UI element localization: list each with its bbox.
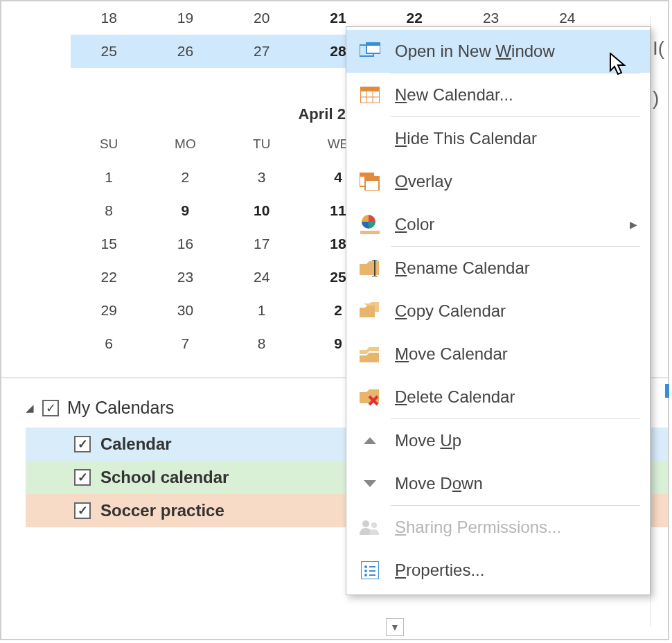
calendar-day[interactable]: 22: [71, 261, 147, 294]
up-arrow-icon: [356, 436, 384, 446]
calendar-item-label: Calendar: [100, 434, 172, 454]
mouse-cursor-icon: [610, 53, 628, 76]
menu-copy-calendar[interactable]: Copy Calendar: [346, 290, 650, 333]
right-panel-peek: I( ): [650, 17, 669, 626]
menu-move-up[interactable]: Move Up: [346, 419, 650, 462]
down-arrow-icon: [356, 479, 384, 488]
collapse-tri-icon: ◢: [26, 402, 34, 414]
dow-label: SU: [71, 127, 147, 161]
calendar-day[interactable]: 29: [71, 294, 147, 327]
folder-delete-icon: [356, 388, 384, 406]
menu-label: Move Up: [395, 431, 461, 450]
calendar-day[interactable]: 6: [71, 327, 147, 360]
menu-open-new-window[interactable]: Open in New Window: [346, 30, 650, 73]
svg-rect-13: [360, 231, 380, 234]
time-marker-icon: [665, 384, 669, 398]
submenu-arrow-icon: ▶: [630, 219, 637, 230]
menu-label: Sharing Permissions...: [395, 518, 561, 537]
new-window-icon: [356, 42, 384, 60]
properties-icon: [356, 561, 384, 579]
calendar-day[interactable]: 3: [224, 161, 300, 194]
dow-label: TU: [224, 127, 300, 161]
menu-move-calendar[interactable]: Move Calendar: [346, 333, 650, 376]
calendar-day[interactable]: 1: [71, 161, 147, 194]
calendar-checkbox[interactable]: [74, 502, 91, 519]
menu-label: Properties...: [395, 561, 484, 580]
people-icon: [356, 520, 384, 535]
calendar-day[interactable]: 30: [147, 294, 223, 327]
color-pie-icon: [356, 215, 384, 234]
calendar-day[interactable]: 25: [71, 35, 147, 68]
calendar-day[interactable]: 7: [147, 327, 223, 360]
menu-label: Move Down: [395, 474, 483, 493]
calendar-day[interactable]: 1: [224, 294, 300, 327]
menu-overlay[interactable]: Overlay: [346, 160, 650, 203]
menu-new-calendar[interactable]: New Calendar...: [346, 73, 650, 116]
calendar-grid-icon: [356, 87, 384, 103]
svg-rect-11: [365, 177, 379, 181]
calendar-context-menu: Open in New Window New Calendar... Hide …: [346, 26, 651, 595]
svg-rect-4: [360, 87, 380, 91]
calendar-checkbox[interactable]: [74, 436, 91, 452]
menu-hide-calendar[interactable]: Hide This Calendar: [346, 117, 650, 160]
calendar-item-label: Soccer practice: [100, 501, 224, 520]
calendar-day[interactable]: 8: [224, 327, 300, 360]
menu-label: Hide This Calendar: [395, 129, 537, 148]
svg-point-24: [364, 570, 367, 572]
calendar-item-label: School calendar: [100, 468, 229, 487]
calendar-day[interactable]: 20: [224, 1, 300, 35]
svg-point-26: [364, 574, 367, 576]
calendar-day[interactable]: 15: [71, 227, 147, 261]
folder-rename-icon: [356, 260, 384, 276]
menu-move-down[interactable]: Move Down: [346, 462, 650, 505]
calendar-day[interactable]: 9: [147, 194, 223, 227]
menu-delete-calendar[interactable]: Delete Calendar: [346, 376, 650, 419]
calendar-day[interactable]: 19: [147, 1, 223, 35]
menu-label: Copy Calendar: [395, 301, 506, 321]
menu-label: Delete Calendar: [395, 387, 515, 407]
menu-properties[interactable]: Properties...: [346, 549, 650, 592]
scroll-down-button[interactable]: ▼: [386, 618, 404, 636]
calendar-day[interactable]: 18: [71, 1, 147, 35]
calendar-day[interactable]: 8: [71, 194, 147, 227]
dow-label: MO: [147, 127, 223, 161]
menu-color[interactable]: Color ▶: [346, 203, 650, 246]
calendar-day[interactable]: 16: [147, 227, 223, 261]
calendar-day[interactable]: 17: [224, 227, 300, 261]
overlay-icon: [356, 173, 384, 191]
group-checkbox[interactable]: [42, 400, 59, 416]
calendar-day[interactable]: 26: [147, 35, 223, 68]
menu-label: Overlay: [395, 172, 452, 191]
svg-rect-2: [366, 42, 380, 46]
calendar-day[interactable]: 2: [147, 161, 223, 194]
calendar-day[interactable]: 23: [147, 261, 223, 294]
calendar-checkbox[interactable]: [74, 469, 91, 486]
menu-label: New Calendar...: [395, 85, 513, 105]
menu-label: Color: [395, 215, 434, 234]
svg-point-20: [371, 522, 377, 528]
calendar-day[interactable]: 24: [224, 261, 300, 294]
calendar-day[interactable]: 10: [224, 194, 300, 227]
folder-move-icon: [356, 346, 384, 362]
folder-copy-icon: [356, 302, 384, 320]
peek-text-1: I(: [651, 37, 669, 60]
svg-point-19: [362, 520, 369, 527]
peek-text-2: ): [651, 87, 669, 109]
menu-sharing-permissions: Sharing Permissions...: [346, 506, 650, 549]
group-title: My Calendars: [67, 398, 174, 418]
menu-label: Move Calendar: [395, 344, 508, 364]
svg-point-22: [364, 565, 367, 568]
calendar-day[interactable]: 27: [224, 35, 300, 68]
menu-rename-calendar[interactable]: Rename Calendar: [346, 247, 650, 290]
menu-label: Rename Calendar: [395, 258, 530, 278]
menu-label: Open in New Window: [395, 42, 555, 61]
